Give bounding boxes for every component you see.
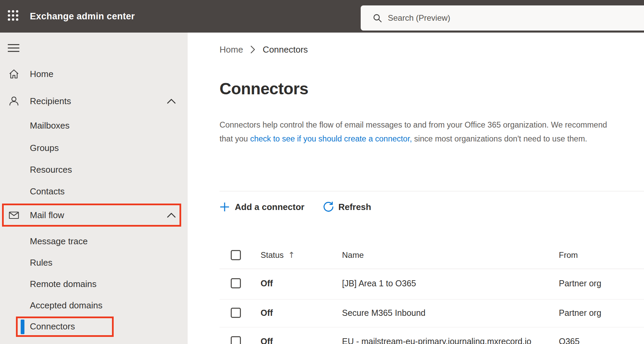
sidebar-item-recipients[interactable]: Recipients <box>0 90 188 112</box>
sidebar-item-contacts[interactable]: Contacts <box>0 180 188 202</box>
hamburger-menu-icon[interactable] <box>8 44 19 52</box>
sidebar-item-mailboxes[interactable]: Mailboxes <box>0 115 188 136</box>
sidebar-item-label: Contacts <box>30 186 65 197</box>
sidebar-item-label: Connectors <box>30 321 75 332</box>
page-title: Connectors <box>220 79 308 98</box>
column-header-status[interactable]: Status <box>261 250 284 260</box>
page-description: Connectors help control the flow of emai… <box>220 118 610 146</box>
column-header-name[interactable]: Name <box>342 250 364 260</box>
name-cell: EU - mailstream-eu-primary.journaling.mx… <box>342 337 531 344</box>
sidebar-item-rules[interactable]: Rules <box>0 252 188 273</box>
name-cell: [JB] Area 1 to O365 <box>342 279 416 288</box>
breadcrumb-home-link[interactable]: Home <box>220 44 243 55</box>
name-cell: Secure M365 Inbound <box>342 308 425 318</box>
table-row[interactable]: Off [JB] Area 1 to O365 Partner org <box>188 268 644 299</box>
sidebar-item-groups[interactable]: Groups <box>0 137 188 159</box>
app-title: Exchange admin center <box>30 0 135 33</box>
app-launcher-icon[interactable] <box>8 10 19 21</box>
home-icon <box>8 68 20 80</box>
create-connector-check-link[interactable]: check to see if you should create a conn… <box>250 134 412 143</box>
status-cell: Off <box>261 279 273 288</box>
sidebar-item-resources[interactable]: Resources <box>0 159 188 180</box>
sidebar-item-mail-flow[interactable]: Mail flow <box>0 204 188 226</box>
sidebar-item-accepted-domains[interactable]: Accepted domains <box>0 294 188 316</box>
status-cell: Off <box>261 337 273 344</box>
main-content: Home Connectors Connectors Connectors he… <box>188 33 644 344</box>
status-cell: Off <box>261 308 273 318</box>
breadcrumb-current: Connectors <box>263 44 308 55</box>
sidebar-item-label: Rules <box>30 257 52 268</box>
sort-ascending-icon: ↑ <box>288 250 295 260</box>
select-all-checkbox[interactable] <box>231 250 241 260</box>
sidebar-item-home[interactable]: Home <box>0 63 188 85</box>
row-checkbox[interactable] <box>231 336 241 344</box>
sidebar-item-label: Accepted domains <box>30 300 102 311</box>
search-input[interactable] <box>388 8 644 28</box>
add-connector-button[interactable]: Add a connector <box>220 202 304 212</box>
sidebar-item-label: Recipients <box>30 96 71 107</box>
table-row[interactable]: Off Secure M365 Inbound Partner org <box>188 298 644 328</box>
plus-icon <box>220 202 230 212</box>
chevron-up-icon <box>167 98 176 104</box>
search-box[interactable] <box>361 5 644 31</box>
table-row[interactable]: Off EU - mailstream-eu-primary.journalin… <box>188 326 644 344</box>
sidebar-item-message-trace[interactable]: Message trace <box>0 230 188 252</box>
sidebar-item-label: Groups <box>30 143 59 153</box>
from-cell: O365 <box>559 337 580 344</box>
refresh-label: Refresh <box>338 202 371 212</box>
sidebar-item-label: Mailboxes <box>30 120 70 131</box>
from-cell: Partner org <box>559 308 601 318</box>
sidebar-item-label: Resources <box>30 165 72 175</box>
from-cell: Partner org <box>559 279 601 288</box>
sidebar-item-label: Home <box>30 69 53 79</box>
sidebar-item-label: Mail flow <box>30 210 64 221</box>
row-checkbox[interactable] <box>231 308 241 318</box>
refresh-icon <box>323 201 334 213</box>
breadcrumb: Home Connectors <box>220 42 308 57</box>
sidebar-item-label: Message trace <box>30 236 88 247</box>
sidebar-item-remote-domains[interactable]: Remote domains <box>0 273 188 295</box>
description-text: since most organizations don't need to u… <box>412 134 587 143</box>
person-icon <box>8 95 20 107</box>
mail-icon <box>8 209 20 221</box>
chevron-right-icon <box>250 45 255 54</box>
column-header-from[interactable]: From <box>559 250 578 260</box>
search-icon <box>373 14 382 23</box>
divider <box>220 191 644 191</box>
refresh-button[interactable]: Refresh <box>323 201 371 213</box>
row-checkbox[interactable] <box>231 278 241 288</box>
selected-item-indicator <box>21 320 24 334</box>
sidebar-item-label: Remote domains <box>30 279 97 289</box>
top-bar: Exchange admin center <box>0 0 644 33</box>
chevron-up-icon <box>167 212 176 218</box>
table-header-row: Status ↑ Name From <box>188 240 644 270</box>
command-bar: Add a connector Refresh <box>220 198 371 216</box>
exchange-admin-center-window: Exchange admin center Home <box>0 0 644 344</box>
sidebar-item-connectors[interactable]: Connectors <box>0 316 188 337</box>
add-connector-label: Add a connector <box>235 202 304 212</box>
left-navigation: Home Recipients Mailboxes Groups Reso <box>0 33 188 344</box>
